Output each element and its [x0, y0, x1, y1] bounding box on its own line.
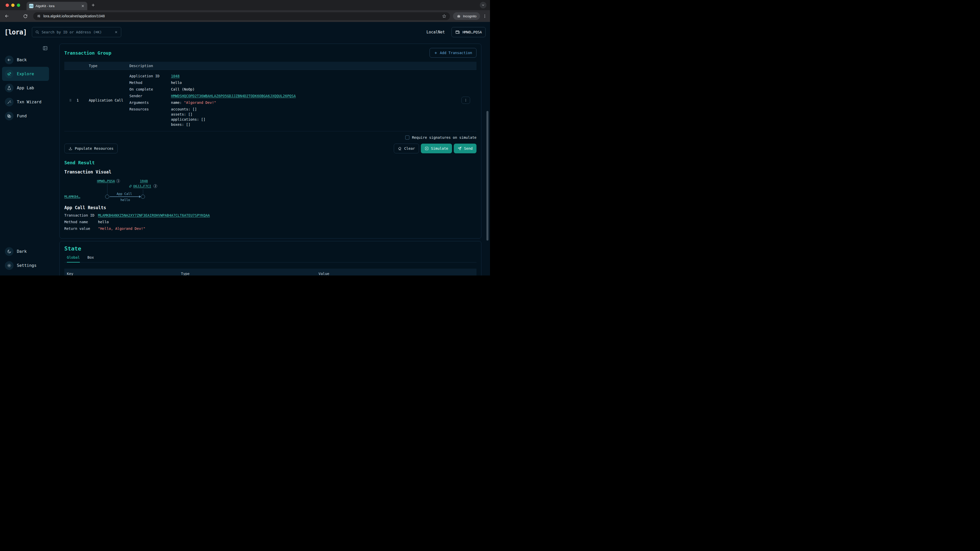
transaction-id-link[interactable]: MLAMKB4ANXZ5NA2XY7ZNF3EAIROHVWPAB4A7CLT6… — [98, 213, 210, 218]
flask-icon — [5, 84, 14, 92]
download-icon — [68, 146, 73, 151]
simulate-button[interactable]: Simulate — [421, 144, 452, 153]
require-signatures-label: Require signatures on simulate — [412, 135, 476, 140]
graph-app-account-badge: 2 — [153, 184, 157, 188]
tab-close-icon[interactable] — [81, 4, 85, 8]
graph-app-link[interactable]: 1048 — [140, 179, 148, 183]
network-label: LocalNet — [426, 30, 445, 35]
wallet-label: HMWD…PQSA — [463, 30, 482, 34]
graph-from-node — [105, 195, 109, 199]
column-key: Key — [67, 272, 73, 275]
address-bar[interactable]: lora.algokit.io/localnet/application/104… — [33, 12, 450, 20]
clear-label: Clear — [404, 146, 415, 151]
send-button[interactable]: Send — [454, 144, 476, 153]
play-icon — [425, 146, 429, 151]
sidebar-item-app-lab[interactable]: App Lab — [2, 81, 49, 95]
new-tab-button[interactable] — [91, 3, 95, 7]
field-label: Resources — [129, 106, 171, 127]
browser-tab[interactable]: [l] AlgoKit - lora — [27, 2, 87, 10]
method-name-label: Method name — [64, 219, 98, 224]
graph-sender-link[interactable]: HMWD…PQSA — [97, 179, 115, 183]
graph-edge-label-2: hello — [121, 198, 130, 202]
transaction-row: 1 Application Call Application ID 1048 M… — [64, 70, 476, 131]
sidebar-collapse-icon[interactable] — [43, 46, 48, 51]
reload-button[interactable] — [21, 12, 29, 20]
sidebar: Back Explore App Lab — [0, 42, 51, 275]
tab-box[interactable]: Box — [88, 256, 94, 262]
bookmark-star-icon[interactable] — [442, 14, 446, 18]
transaction-graph: HMWD…PQSA1 1048 O6JJ…F7CI2 MLAMKB — [64, 177, 476, 203]
column-value: Value — [318, 272, 329, 275]
graph-app-account-link[interactable]: O6JJ…F7CI — [133, 184, 151, 188]
search-box[interactable] — [32, 27, 121, 37]
main-content: Transaction Group Add Transaction Type D… — [51, 42, 490, 275]
incognito-badge: Incognito — [453, 12, 480, 20]
transaction-group-card: Transaction Group Add Transaction Type D… — [59, 44, 481, 238]
field-label: Method — [129, 80, 171, 85]
graph-arrow-icon — [139, 195, 141, 198]
browser-menu-icon[interactable] — [483, 14, 487, 18]
state-table-header: Key Type Value — [64, 268, 476, 275]
wallet-icon — [455, 30, 460, 35]
sender-link[interactable]: HMWDSHQCOPD2T36WBAHLAZ6PO5GDJJZBN4D2TODK… — [171, 94, 296, 98]
clear-button[interactable]: Clear — [394, 144, 419, 153]
drag-handle-icon[interactable] — [68, 98, 72, 103]
row-menu-button[interactable] — [461, 97, 470, 104]
field-label: Application ID — [129, 73, 171, 79]
populate-resources-button[interactable]: Populate Resources — [64, 144, 118, 153]
resources-values: accounts: [] assets: [] applications: []… — [171, 106, 205, 127]
sidebar-item-explore[interactable]: Explore — [2, 67, 49, 81]
populate-resources-label: Populate Resources — [75, 146, 114, 151]
app-call-results-title: App Call Results — [64, 205, 476, 210]
sidebar-item-label: App Lab — [17, 86, 34, 90]
field-label: On complete — [129, 87, 171, 92]
graph-edge-label-1: App Call — [117, 192, 132, 196]
sidebar-item-dark-mode[interactable]: Dark — [2, 245, 49, 259]
app-header: [lora] LocalNet HMWD…PQSA — [0, 22, 490, 42]
moon-icon — [5, 247, 14, 256]
sidebar-item-settings[interactable]: Settings — [2, 259, 49, 272]
telescope-icon — [5, 70, 14, 78]
wallet-button[interactable]: HMWD…PQSA — [452, 27, 486, 37]
transaction-table-header: Type Description — [64, 62, 476, 70]
send-label: Send — [464, 146, 473, 151]
tab-global[interactable]: Global — [67, 256, 80, 262]
maximize-window-button[interactable] — [17, 3, 20, 7]
close-window-button[interactable] — [6, 3, 9, 7]
simulate-label: Simulate — [431, 146, 448, 151]
sidebar-item-label: Txn Wizard — [17, 100, 41, 104]
app-call-results: Transaction ID MLAMKB4ANXZ5NA2XY7ZNF3EAI… — [64, 213, 476, 231]
column-description: Description — [129, 64, 452, 68]
minimize-window-button[interactable] — [11, 3, 14, 7]
state-title: State — [64, 245, 476, 252]
gear-icon — [5, 261, 14, 270]
sidebar-item-fund[interactable]: Fund — [2, 109, 49, 123]
graph-transaction-link[interactable]: MLAMKB4… — [64, 195, 80, 198]
application-id-link[interactable]: 1048 — [171, 73, 180, 79]
graph-to-node — [141, 195, 145, 199]
require-signatures-checkbox[interactable] — [405, 135, 409, 140]
add-transaction-button[interactable]: Add Transaction — [430, 48, 476, 58]
field-label: Sender — [129, 94, 171, 98]
column-type: Type — [89, 64, 129, 68]
sidebar-item-txn-wizard[interactable]: Txn Wizard — [2, 95, 49, 109]
coins-icon — [5, 112, 14, 121]
site-info-icon[interactable] — [37, 14, 41, 18]
transaction-group-title: Transaction Group — [64, 50, 111, 56]
scrollbar-thumb[interactable] — [487, 111, 488, 241]
transaction-id-label: Transaction ID — [64, 213, 98, 218]
search-clear-icon[interactable] — [115, 30, 118, 34]
search-input[interactable] — [41, 30, 112, 34]
link-icon — [129, 184, 132, 188]
sidebar-item-label: Dark — [17, 249, 27, 254]
sidebar-item-label: Explore — [17, 71, 34, 76]
return-value: "Hello, Algorand Dev!" — [98, 226, 145, 231]
back-button[interactable] — [3, 12, 11, 20]
sidebar-item-back[interactable]: Back — [2, 53, 49, 67]
field-label: Arguments — [129, 100, 171, 105]
lora-app: [lora] LocalNet HMWD…PQSA — [0, 22, 490, 275]
browser-toolbar: lora.algokit.io/localnet/application/104… — [0, 10, 490, 22]
column-type: Type — [181, 272, 189, 275]
return-value-label: Return value — [64, 226, 98, 231]
tab-search-button[interactable] — [480, 2, 487, 8]
